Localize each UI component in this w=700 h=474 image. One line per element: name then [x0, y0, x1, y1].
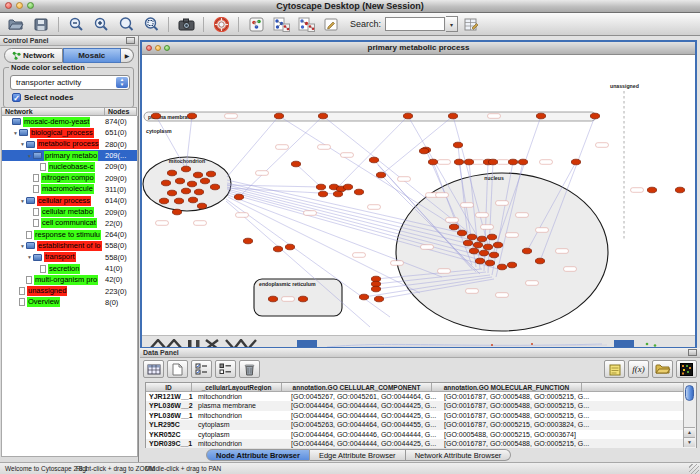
graph-node[interactable]	[316, 184, 325, 190]
tab-mosaic[interactable]: Mosaic	[63, 48, 122, 63]
function-builder-button[interactable]: f(x)	[628, 360, 649, 378]
graph-node-pill[interactable]	[461, 203, 474, 208]
graph-node[interactable]	[291, 161, 300, 167]
graph-node-pill[interactable]	[391, 261, 404, 266]
graph-node-pill[interactable]	[596, 143, 609, 148]
tab-scroll-right-button[interactable]: ▶	[121, 48, 134, 63]
tree-item[interactable]: multi-organism pro42(0)	[2, 274, 137, 285]
delete-attribute-button[interactable]	[239, 360, 260, 378]
tree-item[interactable]: response to stimulu264(0)	[2, 229, 137, 240]
graph-node[interactable]	[167, 170, 176, 176]
expand-triangle-icon[interactable]: ▼	[19, 198, 26, 204]
notepad-button[interactable]	[604, 360, 625, 378]
graph-node[interactable]	[467, 234, 476, 240]
graph-node[interactable]	[268, 296, 277, 302]
tab-node-attribute-browser[interactable]: Node Attribute Browser	[206, 449, 310, 461]
tree-item[interactable]: ▼metabolic process280(0)	[2, 139, 137, 150]
new-network-selected-all-edges-button[interactable]	[269, 14, 293, 34]
column-header[interactable]: annotation.GO CELLULAR_COMPONENT	[282, 383, 432, 392]
graph-node-pill[interactable]	[194, 221, 207, 226]
tab-edge-attribute-browser[interactable]: Edge Attribute Browser	[310, 449, 406, 461]
graph-node-pill[interactable]	[438, 269, 451, 274]
table-row[interactable]: YDR039C__1mitochondrion[GO:0044464, GO:0…	[146, 439, 696, 448]
zoom-fit-button[interactable]	[114, 14, 138, 34]
table-row[interactable]: YJR121W__1mitochondrion[GO:0045267, GO:0…	[146, 392, 696, 401]
graph-node[interactable]	[333, 191, 342, 197]
graph-node-pill[interactable]	[438, 160, 451, 165]
graph-node[interactable]	[274, 113, 283, 119]
table-row[interactable]: YKR052Ccytoplasm[GO:0044464, GO:0044446,…	[146, 430, 696, 439]
graph-node[interactable]	[172, 209, 181, 215]
graph-node[interactable]	[285, 244, 294, 250]
graph-node[interactable]	[234, 194, 243, 200]
expand-triangle-icon[interactable]: ▼	[12, 130, 19, 136]
zoom-selected-button[interactable]	[139, 14, 163, 34]
graph-node-pill[interactable]	[436, 193, 449, 198]
graph-node[interactable]	[200, 178, 209, 184]
graph-node[interactable]	[497, 264, 506, 270]
graph-node[interactable]	[359, 294, 368, 300]
graph-node[interactable]	[493, 242, 502, 248]
graph-node[interactable]	[483, 244, 492, 250]
tree-header-nodes[interactable]: Nodes	[105, 107, 137, 116]
graph-node[interactable]	[298, 296, 307, 302]
graph-node-pill[interactable]	[476, 213, 489, 218]
tree-item[interactable]: cell communicat22(0)	[2, 218, 137, 229]
graph-node[interactable]	[457, 230, 466, 236]
graph-node[interactable]	[428, 159, 437, 165]
graph-node[interactable]	[535, 258, 544, 264]
tab-network[interactable]: Network	[4, 48, 63, 63]
graph-node[interactable]	[273, 246, 282, 252]
attribute-editor-button[interactable]	[459, 14, 483, 34]
graph-node-pill[interactable]	[282, 297, 295, 302]
graph-node-pill[interactable]	[488, 114, 501, 119]
graph-node[interactable]	[487, 234, 496, 240]
graph-node[interactable]	[647, 187, 656, 193]
save-session-button[interactable]	[29, 14, 53, 34]
graph-node[interactable]	[518, 159, 527, 165]
graph-node[interactable]	[522, 248, 531, 254]
graph-node-pill[interactable]	[481, 225, 494, 230]
column-header[interactable]: _cellularLayoutRegion	[192, 383, 282, 392]
graph-node[interactable]	[473, 242, 482, 248]
graph-node-pill[interactable]	[353, 253, 366, 258]
graph-node[interactable]	[477, 236, 486, 242]
column-header[interactable]: annotation.GO MOLECULAR_FUNCTION	[432, 383, 582, 392]
graph-node[interactable]	[675, 187, 684, 193]
graph-node[interactable]	[197, 203, 206, 209]
graph-node[interactable]	[243, 238, 252, 244]
search-input[interactable]	[385, 17, 445, 31]
matrix-button[interactable]	[676, 360, 697, 378]
column-header[interactable]: ID	[146, 383, 192, 392]
node-color-dropdown[interactable]: transporter activity ▲▼	[10, 75, 130, 90]
help-button[interactable]	[209, 14, 233, 34]
graph-node[interactable]	[485, 260, 494, 266]
graph-node-pill[interactable]	[496, 293, 509, 298]
graph-node[interactable]	[464, 159, 473, 165]
table-row[interactable]: YPL036W__2plasma membrane[GO:0044464, GO…	[146, 401, 696, 410]
compartment-mitochondrion[interactable]	[143, 157, 231, 211]
graph-node-pill[interactable]	[341, 153, 354, 158]
graph-node[interactable]	[536, 113, 545, 119]
graph-node[interactable]	[181, 188, 190, 194]
snapshot-button[interactable]	[174, 14, 198, 34]
float-panel-icon[interactable]	[126, 37, 135, 44]
graph-node[interactable]	[206, 171, 215, 177]
select-nodes-checkbox[interactable]: ✓	[12, 93, 21, 102]
open-file-button[interactable]	[4, 14, 28, 34]
select-attribute-list-button[interactable]	[215, 360, 236, 378]
scrollbar-thumb[interactable]	[685, 385, 694, 401]
tree-item[interactable]: mosaic-demo-yeast874(0)	[2, 116, 137, 127]
graph-node[interactable]	[508, 159, 517, 165]
tree-item[interactable]: secretion41(0)	[2, 263, 137, 274]
network-canvas[interactable]: plasma membranecytoplasmmitochondrionnuc…	[142, 55, 695, 335]
graph-node-pill[interactable]	[564, 267, 577, 272]
graph-node[interactable]	[507, 262, 516, 268]
graph-node-pill[interactable]	[421, 245, 434, 250]
graph-node[interactable]	[187, 113, 196, 119]
graph-node[interactable]	[193, 172, 202, 178]
graph-node[interactable]	[175, 178, 184, 184]
table-scrollbar[interactable]: ▲ ▼	[683, 383, 696, 447]
graph-node[interactable]	[161, 180, 170, 186]
graph-node[interactable]	[463, 240, 472, 246]
